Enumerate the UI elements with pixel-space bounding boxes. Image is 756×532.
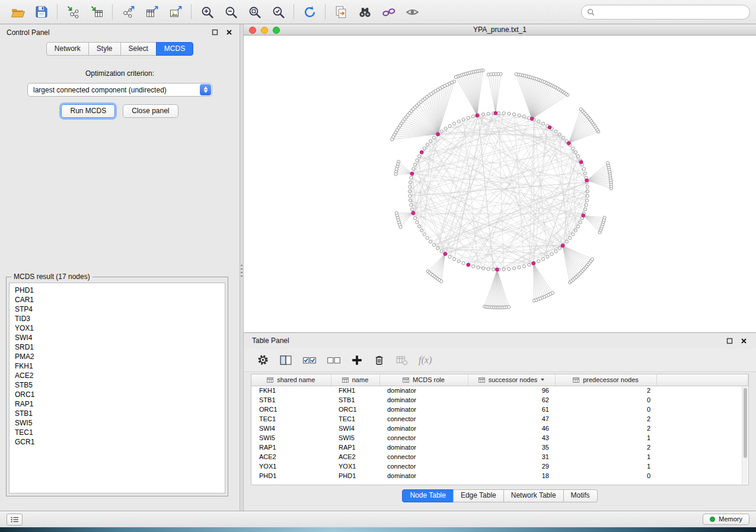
save-session-button[interactable] xyxy=(30,2,53,22)
table-cell: YOX1 xyxy=(251,462,331,471)
optimization-criterion-label: Optimization criterion: xyxy=(0,69,240,78)
search-box[interactable] xyxy=(581,5,750,20)
scrollbar-thumb[interactable] xyxy=(744,388,747,458)
criterion-dropdown[interactable]: largest connected component (undirected) xyxy=(27,83,212,97)
table-scrollbar[interactable] xyxy=(742,386,748,484)
mcds-result-item[interactable]: PHD1 xyxy=(15,286,225,295)
table-cell: 2 xyxy=(555,414,656,424)
zoom-fit-button[interactable] xyxy=(243,2,266,22)
refresh-button[interactable] xyxy=(298,2,321,22)
function-builder-button[interactable]: f(x) xyxy=(419,355,432,366)
table-cell: 2 xyxy=(555,386,656,395)
export-image-button[interactable] xyxy=(164,2,187,22)
tab-edge-table[interactable]: Edge Table xyxy=(453,489,504,502)
mcds-result-item[interactable]: STP4 xyxy=(15,305,225,314)
column-header-name[interactable]: name xyxy=(331,374,379,386)
table-row[interactable]: YOX1YOX1connector291 xyxy=(251,462,748,471)
show-columns-button[interactable] xyxy=(279,354,292,367)
table-cell: SWI4 xyxy=(331,424,379,433)
float-panel-icon[interactable] xyxy=(725,336,733,345)
mcds-result-item[interactable]: ACE2 xyxy=(15,371,225,380)
close-window-button[interactable] xyxy=(249,27,256,34)
table-row[interactable]: ACE2ACE2connector311 xyxy=(251,452,748,462)
zoom-in-button[interactable] xyxy=(195,2,219,22)
table-row[interactable]: SWI5SWI5connector431 xyxy=(251,433,748,443)
tab-network[interactable]: Network xyxy=(46,42,89,56)
maximize-window-button[interactable] xyxy=(273,27,280,34)
table-settings-button[interactable] xyxy=(257,354,269,366)
float-panel-icon[interactable] xyxy=(210,28,219,37)
table-row[interactable]: STB1STB1dominator620 xyxy=(251,395,748,405)
mcds-result-item[interactable]: YOX1 xyxy=(15,323,225,333)
mcds-result-item[interactable]: ORC1 xyxy=(15,390,225,399)
table-cell: 0 xyxy=(555,405,656,414)
memory-status-icon xyxy=(710,517,715,522)
table-row[interactable]: SWI4SWI4dominator462 xyxy=(251,424,748,433)
open-file-button[interactable] xyxy=(6,2,30,22)
tab-network-table[interactable]: Network Table xyxy=(503,489,564,502)
panel-splitter[interactable] xyxy=(240,24,244,511)
column-header-predecessor-nodes[interactable]: predecessor nodes xyxy=(555,374,656,386)
zoom-out-button[interactable] xyxy=(219,2,243,22)
column-header-filler xyxy=(656,374,748,386)
close-panel-icon[interactable] xyxy=(225,28,233,37)
table-cell: 1 xyxy=(555,452,656,462)
column-header-successor-nodes[interactable]: successor nodes xyxy=(468,374,555,386)
find-button[interactable] xyxy=(353,2,377,22)
splitter-handle-icon xyxy=(241,264,243,277)
import-network-icon xyxy=(66,5,81,19)
mcds-result-list[interactable]: PHD1CAR1STP4TID3YOX1SWI4SRD1PMA2FKH1ACE2… xyxy=(9,283,225,493)
export-table-button[interactable] xyxy=(140,2,164,22)
tab-style[interactable]: Style xyxy=(88,42,121,56)
mcds-result-item[interactable]: TID3 xyxy=(15,314,225,323)
delete-table-button[interactable] xyxy=(395,354,409,367)
status-menu-button[interactable] xyxy=(7,514,23,525)
tab-mcds[interactable]: MCDS xyxy=(156,42,193,56)
zoom-selected-button[interactable] xyxy=(266,2,290,22)
search-input[interactable] xyxy=(598,8,744,16)
select-all-button[interactable] xyxy=(302,354,317,367)
close-panel-button[interactable]: Close panel xyxy=(123,104,178,118)
table-row[interactable]: PHD1PHD1dominator180 xyxy=(251,471,748,480)
import-table-button[interactable] xyxy=(85,2,109,22)
columns-icon xyxy=(279,354,292,367)
table-row[interactable]: ORC1ORC1dominator610 xyxy=(251,405,748,414)
memory-button[interactable]: Memory xyxy=(703,514,749,525)
mcds-result-item[interactable]: TEC1 xyxy=(15,428,225,437)
column-header-mcds-role[interactable]: MCDS role xyxy=(379,374,468,386)
delete-column-button[interactable] xyxy=(373,354,385,366)
clone-network-button[interactable] xyxy=(329,2,353,22)
table-row[interactable]: RAP1RAP1dominator352 xyxy=(251,443,748,452)
add-column-button[interactable] xyxy=(351,354,363,366)
mcds-result-item[interactable]: GCR1 xyxy=(15,437,225,447)
table-cell: ACE2 xyxy=(251,452,331,462)
minimize-window-button[interactable] xyxy=(261,27,268,34)
table-cell: ACE2 xyxy=(331,452,379,462)
mcds-result-item[interactable]: PMA2 xyxy=(15,352,225,361)
network-canvas[interactable] xyxy=(244,36,756,332)
tab-motifs[interactable]: Motifs xyxy=(563,489,598,502)
mcds-result-item[interactable]: STB1 xyxy=(15,409,225,418)
mcds-result-item[interactable]: STB5 xyxy=(15,380,225,390)
mcds-result-item[interactable]: SRD1 xyxy=(15,342,225,352)
close-panel-icon[interactable] xyxy=(739,336,748,345)
mcds-result-item[interactable]: CAR1 xyxy=(15,295,225,305)
import-table-icon xyxy=(90,5,104,19)
column-header-shared-name[interactable]: shared name xyxy=(251,374,331,386)
table-row[interactable]: TEC1TEC1connector472 xyxy=(251,414,748,424)
mcds-result-item[interactable]: SWI5 xyxy=(15,418,225,428)
import-network-button[interactable] xyxy=(61,2,85,22)
tab-node-table[interactable]: Node Table xyxy=(402,489,454,502)
mcds-result-item[interactable]: FKH1 xyxy=(15,361,225,371)
mcds-result-item[interactable]: SWI4 xyxy=(15,333,225,342)
run-mcds-button[interactable]: Run MCDS xyxy=(61,104,115,118)
table-row[interactable]: FKH1FKH1dominator962 xyxy=(251,386,748,395)
deselect-all-button[interactable] xyxy=(327,354,341,367)
export-network-button[interactable] xyxy=(116,2,140,22)
show-hide-button[interactable] xyxy=(400,2,424,22)
tab-select[interactable]: Select xyxy=(120,42,157,56)
glasses-view-button[interactable] xyxy=(377,2,400,22)
table-cell: TEC1 xyxy=(331,414,379,424)
toolbar-separator xyxy=(191,4,192,20)
mcds-result-item[interactable]: RAP1 xyxy=(15,399,225,409)
